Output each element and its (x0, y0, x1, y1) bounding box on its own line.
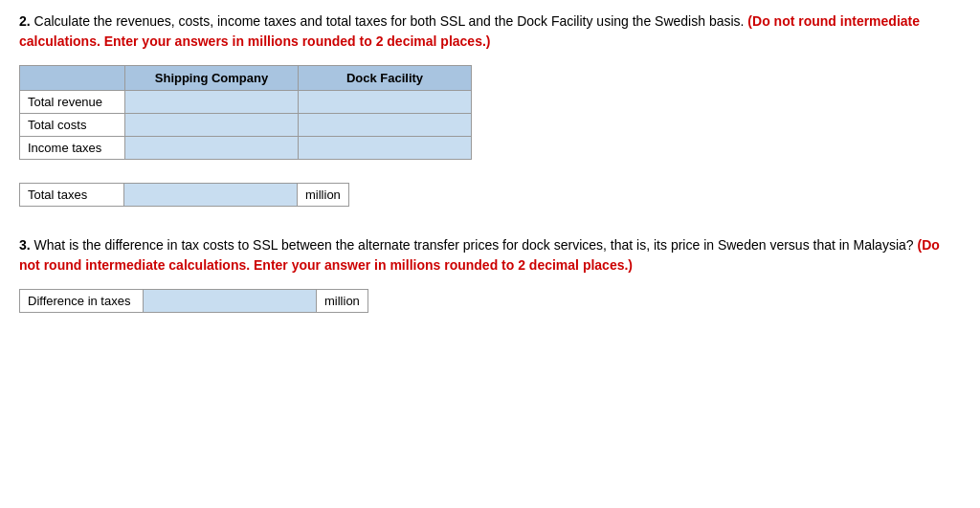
total-revenue-shipping-input[interactable] (129, 93, 294, 111)
question2-text: 2. Calculate the revenues, costs, income… (19, 11, 961, 52)
diff-taxes-unit: million (317, 289, 368, 313)
income-taxes-shipping-input[interactable] (129, 139, 294, 157)
income-taxes-dock-input[interactable] (302, 139, 467, 157)
total-costs-shipping-input[interactable] (129, 116, 294, 134)
table-header-row: Shipping Company Dock Facility (20, 66, 472, 91)
q2-text-before: Calculate the revenues, costs, income ta… (34, 13, 748, 29)
total-revenue-dock-input[interactable] (302, 93, 467, 111)
diff-taxes-label: Difference in taxes (19, 289, 144, 313)
total-taxes-unit: million (298, 183, 349, 207)
q2-number: 2. (19, 13, 31, 29)
total-taxes-input[interactable] (128, 186, 293, 204)
col-shipping-header: Shipping Company (125, 66, 299, 91)
total-taxes-input-cell[interactable] (124, 183, 298, 207)
q2-table: Shipping Company Dock Facility Total rev… (19, 65, 472, 160)
diff-taxes-input-cell[interactable] (144, 289, 317, 313)
q3-number: 3. (19, 237, 31, 253)
total-costs-dock-cell[interactable] (299, 114, 472, 137)
total-taxes-label: Total taxes (19, 183, 124, 207)
total-costs-shipping-cell[interactable] (125, 114, 299, 137)
question3-section: 3. What is the difference in tax costs t… (19, 235, 961, 313)
question3-text: 3. What is the difference in tax costs t… (19, 235, 961, 276)
income-taxes-label: Income taxes (20, 137, 125, 160)
table-row: Total revenue (20, 91, 472, 114)
question2-section: 2. Calculate the revenues, costs, income… (19, 11, 961, 207)
table-row: Total costs (20, 114, 472, 137)
table-row: Income taxes (20, 137, 472, 160)
total-revenue-shipping-cell[interactable] (125, 91, 299, 114)
total-revenue-label: Total revenue (20, 91, 125, 114)
q2-table-container: Shipping Company Dock Facility Total rev… (19, 65, 961, 160)
income-taxes-dock-cell[interactable] (299, 137, 472, 160)
total-revenue-dock-cell[interactable] (299, 91, 472, 114)
income-taxes-shipping-cell[interactable] (125, 137, 299, 160)
total-costs-dock-input[interactable] (302, 116, 467, 134)
total-costs-label: Total costs (20, 114, 125, 137)
total-taxes-row: Total taxes million (19, 183, 961, 207)
diff-taxes-input[interactable] (147, 292, 312, 310)
q3-text-before: What is the difference in tax costs to S… (34, 237, 918, 253)
diff-taxes-row: Difference in taxes million (19, 289, 961, 313)
col-dock-header: Dock Facility (299, 66, 472, 91)
col-empty-header (20, 66, 125, 91)
